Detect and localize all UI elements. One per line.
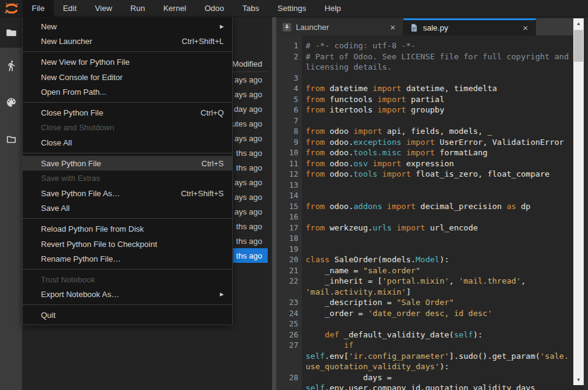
- code-token: api, fields, models, _: [382, 127, 492, 136]
- code-token: tools: [353, 169, 377, 178]
- code-token: [392, 223, 397, 232]
- code-token: as: [507, 202, 516, 211]
- code-content[interactable]: # -*- coding: utf-8 -*-# Part of Odoo. S…: [302, 35, 588, 390]
- code-token: odoo.: [325, 169, 353, 178]
- menu-item-label: Save with Extras: [41, 174, 100, 183]
- code-token: float_is_zero, float_compare: [411, 169, 549, 178]
- line-number: 21: [276, 265, 302, 276]
- code-line: from itertools import groupby: [306, 105, 588, 116]
- menubar-item-settings[interactable]: Settings: [268, 0, 315, 17]
- code-line: [306, 190, 588, 201]
- menu-item-close-python-file[interactable]: Close Python FileCtrl+Q: [23, 105, 232, 120]
- menu-item-new-console-for-editor[interactable]: New Console for Editor: [23, 70, 232, 85]
- line-number: 16: [276, 212, 302, 223]
- menubar-item-tabs[interactable]: Tabs: [233, 0, 268, 17]
- editor-scrollbar[interactable]: ▲ ▼: [573, 18, 584, 385]
- modified-cell: day ago: [234, 105, 268, 114]
- menu-item-open-from-path[interactable]: Open From Path...: [23, 84, 232, 100]
- sidebar-item-commands[interactable]: [0, 94, 22, 111]
- menubar-item-help[interactable]: Help: [315, 0, 350, 17]
- scroll-up-icon[interactable]: ▲: [573, 18, 584, 29]
- menu-item-label: New Console for Editor: [41, 73, 123, 82]
- menu-separator: [23, 153, 232, 153]
- sidebar-item-running[interactable]: [0, 57, 22, 74]
- menubar-item-edit[interactable]: Edit: [54, 0, 86, 17]
- menu-item-close-all[interactable]: Close All: [23, 135, 232, 150]
- menu-item-new-view-for-python-file[interactable]: New View for Python File: [23, 54, 232, 70]
- scroll-down-icon[interactable]: ▼: [573, 375, 584, 385]
- menu-item-new[interactable]: New▶: [23, 19, 232, 34]
- code-token: UserError, ValidationError: [435, 138, 564, 147]
- menu-item-label: Rename Python File…: [41, 254, 121, 263]
- code-line: _order = 'date_order desc, id desc': [306, 308, 588, 319]
- modified-column-header[interactable]: Modified: [232, 59, 268, 68]
- menu-item-save-python-file-as[interactable]: Save Python File As…Ctrl+Shift+S: [23, 186, 232, 201]
- code-token: from: [306, 169, 325, 178]
- tab-label[interactable]: sale.py: [423, 23, 520, 32]
- panel-divider[interactable]: [272, 17, 276, 390]
- line-number: 15: [276, 201, 302, 212]
- tab-launcher[interactable]: Launcher ×: [276, 18, 403, 35]
- code-token: SaleOrder(models.: [329, 255, 416, 264]
- menubar-item-file[interactable]: File: [23, 0, 54, 17]
- close-tab-icon[interactable]: ×: [388, 22, 398, 32]
- code-editor[interactable]: 1234567891011121314151617181920212223242…: [276, 35, 588, 390]
- code-line: class SaleOrder(models.Model):: [306, 254, 588, 265]
- menu-item-export-notebook-as[interactable]: Export Notebook As…▶: [23, 287, 232, 303]
- menu-item-label: New: [41, 22, 57, 31]
- code-line: [306, 318, 588, 329]
- code-token: .env.user.company_id.quotation_validity_…: [325, 383, 535, 390]
- code-token: [368, 159, 373, 168]
- code-token: partial: [406, 95, 444, 104]
- menu-item-rename-python-file[interactable]: Rename Python File…: [23, 251, 232, 267]
- scrollbar-thumb[interactable]: [574, 30, 583, 62]
- line-number: [276, 383, 302, 390]
- code-line: use_quotation_validity_days'):: [306, 361, 588, 372]
- menubar-item-kernel[interactable]: Kernel: [154, 0, 196, 17]
- menu-item-revert-python-file-to-checkpoint[interactable]: Revert Python File to Checkpoint: [23, 237, 232, 252]
- menubar-item-run[interactable]: Run: [121, 0, 154, 17]
- modified-cell: ays ago: [234, 193, 268, 202]
- code-token: import: [373, 159, 402, 168]
- modified-cell: ths ago: [236, 251, 268, 260]
- line-number: 20: [276, 254, 302, 265]
- line-number: 26: [276, 329, 302, 340]
- code-token: datetime: [325, 84, 372, 93]
- menubar-item-view[interactable]: View: [86, 0, 121, 17]
- app-logo[interactable]: [0, 0, 23, 17]
- menu-item-new-launcher[interactable]: New LauncherCtrl+Shift+L: [23, 34, 232, 50]
- menu-item-save-all[interactable]: Save All: [23, 201, 232, 216]
- menubar-item-odoo[interactable]: Odoo: [196, 0, 233, 17]
- code-line: from datetime import datetime, timedelta: [306, 83, 588, 94]
- code-line: self.env['ir.config_parameter'].sudo().g…: [306, 351, 588, 362]
- menu-item-label: Save All: [41, 204, 70, 213]
- python-file-icon: [410, 23, 419, 32]
- close-tab-icon[interactable]: ×: [520, 23, 531, 33]
- menu-separator: [23, 304, 232, 305]
- menu-item-reload-python-file-from-disk[interactable]: Reload Python File from Disk: [23, 221, 232, 237]
- tab-sale-py[interactable]: sale.py ×: [403, 18, 536, 35]
- code-line: # -*- coding: utf-8 -*-: [306, 40, 588, 51]
- menu-item-quit[interactable]: Quit: [23, 307, 232, 323]
- tab-label[interactable]: Launcher: [296, 23, 388, 32]
- code-line: [306, 233, 588, 244]
- sidebar-item-open-tabs[interactable]: [0, 130, 22, 147]
- palette-icon: [6, 97, 17, 108]
- dock-right-edge: [584, 17, 588, 390]
- code-line: [306, 73, 588, 84]
- code-token: Model: [416, 255, 439, 264]
- menubar: FileEditViewRunKernelOdooTabsSettingsHel…: [0, 0, 588, 17]
- menu-item-shortcut: Ctrl+Shift+L: [182, 37, 224, 46]
- line-number: 12: [276, 169, 302, 180]
- menu-item-shortcut: Ctrl+Q: [200, 108, 224, 117]
- tab-bar: Launcher × sale.py ×: [276, 18, 588, 35]
- menu-item-save-with-extras: Save with Extras: [23, 171, 232, 186]
- code-token: odoo.: [325, 202, 353, 211]
- sidebar-item-file-browser[interactable]: [0, 24, 22, 41]
- code-line: [306, 116, 588, 127]
- code-token: 'ir.config_parameter': [348, 351, 449, 361]
- menubar-items: FileEditViewRunKernelOdooTabsSettingsHel…: [23, 0, 350, 17]
- submenu-arrow-icon: ▶: [220, 292, 224, 297]
- menu-item-save-python-file[interactable]: Save Python FileCtrl+S: [23, 156, 232, 171]
- line-number: 8: [276, 126, 302, 137]
